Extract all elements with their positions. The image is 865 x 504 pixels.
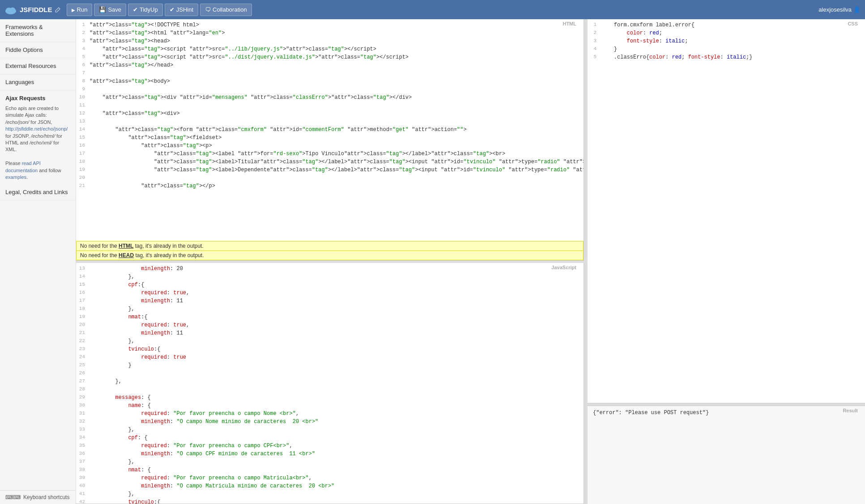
code-line: 26: [76, 369, 584, 377]
sidebar-item-languages[interactable]: Languages: [0, 74, 76, 90]
left-panels: HTML 1"attr">class="tag"><!DOCTYPE html>…: [76, 19, 584, 504]
code-line: 18 },: [76, 305, 584, 313]
svg-point-2: [10, 7, 15, 12]
code-line: 2"attr">class="tag"><html "attr">lang="e…: [76, 29, 584, 37]
save-icon: 💾: [99, 6, 106, 13]
code-area: HTML 1"attr">class="tag"><!DOCTYPE html>…: [76, 19, 865, 504]
code-line: 24 required: true: [76, 353, 584, 361]
code-line: 34 cpf: {: [76, 434, 584, 442]
run-button[interactable]: Run: [67, 4, 93, 16]
code-line: 12 "attr">class="tag"><div>: [76, 110, 584, 118]
run-icon: [72, 6, 75, 13]
sidebar: Frameworks & Extensions Fiddle Options E…: [0, 19, 76, 504]
html-warning-2: No need for the HEAD tag, it's already i…: [76, 251, 584, 260]
code-line: 35 required: "Por favor preencha o campo…: [76, 442, 584, 450]
logo[interactable]: JSFIDDLE: [4, 5, 60, 14]
code-line: 5 "attr">class="tag"><script "attr">src=…: [76, 53, 584, 61]
cloud-icon: [4, 5, 17, 14]
result-text: {"error": "Please use POST request"}: [593, 410, 709, 416]
code-line: 5 .classErro{color: red; font-style: ita…: [588, 53, 865, 61]
code-line: 31 required: "Por favor preencha o campo…: [76, 410, 584, 418]
jshint-icon: ✔: [170, 6, 175, 13]
code-line: 38 nmat: {: [76, 466, 584, 474]
code-line: 6"attr">class="tag"></head>: [76, 61, 584, 69]
code-line: 17 "attr">class="tag"><label "attr">for=…: [76, 150, 584, 158]
code-line: 41 },: [76, 490, 584, 498]
css-code-content[interactable]: 1 form.cmxform label.error{2 color: red;…: [588, 19, 865, 403]
logo-text: JSFIDDLE: [20, 6, 52, 13]
jshint-button[interactable]: ✔ JSHint: [165, 4, 198, 16]
code-line: 2 color: red;: [588, 29, 865, 37]
code-line: 21 "attr">class="tag"></p>: [76, 182, 584, 190]
api-doc-link[interactable]: read API documentation: [5, 161, 41, 173]
js-panel: JavaScript 13 minlength: 2014 },15 cpf:{…: [76, 263, 584, 504]
code-line: 4 }: [588, 45, 865, 53]
code-line: 13 minlength: 20: [76, 265, 584, 273]
tidyup-button[interactable]: ✔ TidyUp: [128, 4, 163, 16]
code-line: 21 minlength: 11: [76, 329, 584, 337]
edit-icon: [55, 7, 60, 13]
username: alexjosesilva: [818, 6, 852, 13]
code-line: 40 minlength: "O campo Matricula minimo …: [76, 482, 584, 490]
code-line: 4 "attr">class="tag"><script "attr">src=…: [76, 45, 584, 53]
code-line: 8"attr">class="tag"><body>: [76, 77, 584, 85]
code-line: 13: [76, 118, 584, 126]
js-label: JavaScript: [551, 265, 576, 270]
examples-link[interactable]: examples: [5, 174, 26, 180]
code-line: 29 messages: {: [76, 394, 584, 402]
js-code-content[interactable]: 13 minlength: 2014 },15 cpf:{16 required…: [76, 263, 584, 504]
keyboard-icon: ⌨: [5, 494, 21, 500]
ajax-section-title: Ajax Requests: [0, 90, 76, 103]
save-button[interactable]: 💾 Save: [94, 4, 126, 16]
result-panel: Result {"error": "Please use POST reques…: [588, 406, 865, 504]
result-label: Result: [843, 408, 858, 413]
code-line: 15 "attr">class="tag"><fieldset>: [76, 134, 584, 142]
right-panels: CSS 1 form.cmxform label.error{2 color: …: [588, 19, 865, 504]
css-panel: CSS 1 form.cmxform label.error{2 color: …: [588, 19, 865, 403]
tidyup-label: TidyUp: [140, 6, 158, 13]
code-line: 14 "attr">class="tag"><form "attr">class…: [76, 126, 584, 134]
jshint-label: JSHint: [176, 6, 193, 13]
code-line: 15 cpf:{: [76, 281, 584, 289]
main-area: Frameworks & Extensions Fiddle Options E…: [0, 19, 865, 504]
code-panels: HTML 1"attr">class="tag"><!DOCTYPE html>…: [76, 19, 865, 504]
code-line: 7: [76, 69, 584, 77]
html-panel: HTML 1"attr">class="tag"><!DOCTYPE html>…: [76, 19, 584, 261]
keyboard-shortcuts-label: Keyboard shortcuts: [23, 494, 69, 500]
tidy-icon: ✔: [133, 6, 138, 13]
code-line: 33 },: [76, 426, 584, 434]
code-line: 20 required: true,: [76, 321, 584, 329]
code-line: 16 "attr">class="tag"><p>: [76, 142, 584, 150]
code-line: 9: [76, 85, 584, 93]
save-label: Save: [108, 6, 121, 13]
code-line: 32 minlength: "O campo Nome minimo de ca…: [76, 418, 584, 426]
code-line: 11: [76, 102, 584, 110]
sidebar-spacer: [0, 200, 76, 490]
code-line: 19 "attr">class="tag"><label>Dependente"…: [76, 166, 584, 174]
code-line: 3 font-style: italic;: [588, 37, 865, 45]
code-line: 20: [76, 174, 584, 182]
code-line: 37 },: [76, 458, 584, 466]
ajax-description: Echo apis are created to simulate Ajax c…: [0, 103, 76, 184]
toolbar: JSFIDDLE Run 💾 Save ✔ TidyUp ✔ JSHint 🗨 …: [0, 0, 865, 19]
css-label: CSS: [848, 21, 858, 26]
sidebar-item-frameworks[interactable]: Frameworks & Extensions: [0, 19, 76, 42]
code-line: 28: [76, 385, 584, 394]
code-line: 3"attr">class="tag"><head>: [76, 37, 584, 45]
code-line: 22 },: [76, 337, 584, 345]
result-content: {"error": "Please use POST request"}: [588, 406, 865, 419]
left-right-resize-handle[interactable]: [584, 19, 588, 504]
run-label: Run: [77, 6, 88, 13]
keyboard-shortcuts-button[interactable]: ⌨ Keyboard shortcuts: [0, 490, 76, 504]
user-info: alexjosesilva 👤: [818, 6, 861, 13]
sidebar-item-fiddle-options[interactable]: Fiddle Options: [0, 42, 76, 58]
code-line: 30 name: {: [76, 402, 584, 410]
collaboration-button[interactable]: 🗨 Collaboration: [200, 4, 252, 16]
html-code-content[interactable]: 1"attr">class="tag"><!DOCTYPE html>2"att…: [76, 19, 584, 241]
code-line: 42 tvinculo:{: [76, 498, 584, 504]
html-label: HTML: [562, 21, 576, 26]
code-line: 1"attr">class="tag"><!DOCTYPE html>: [76, 21, 584, 29]
sidebar-item-legal[interactable]: Legal, Credits and Links: [0, 184, 76, 200]
html-warning-1: No need for the HTML tag, it's already i…: [76, 241, 584, 251]
sidebar-item-external-resources[interactable]: External Resources: [0, 58, 76, 74]
